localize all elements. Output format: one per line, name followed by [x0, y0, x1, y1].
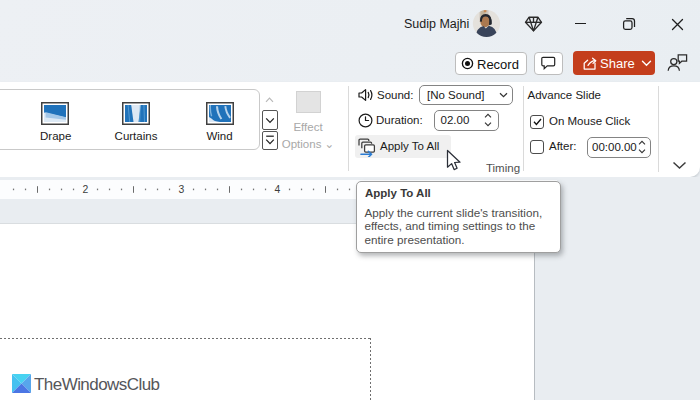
- svg-text:4: 4: [275, 184, 281, 195]
- svg-text:2: 2: [83, 184, 89, 195]
- svg-text:3: 3: [179, 184, 185, 195]
